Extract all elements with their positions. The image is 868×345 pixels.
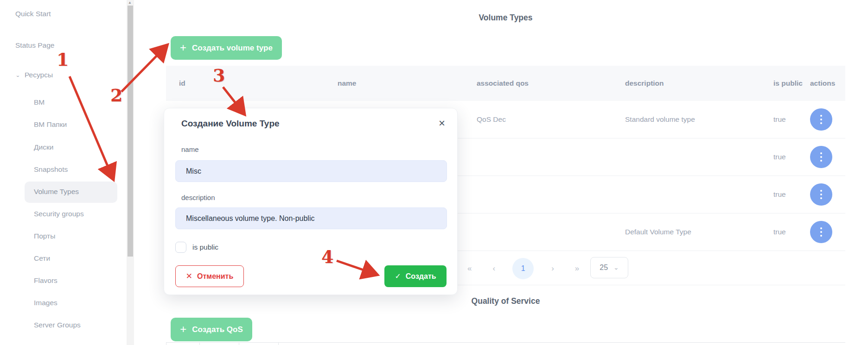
row-actions-button[interactable] bbox=[810, 183, 832, 206]
sidebar-group-label: Ресурсы bbox=[25, 71, 53, 79]
annotation-step-2: 2 bbox=[110, 85, 122, 106]
sidebar-item-volume-types[interactable]: Volume Types bbox=[34, 188, 79, 196]
qos-table-top-edge bbox=[166, 342, 845, 345]
row-actions-button[interactable] bbox=[810, 146, 832, 168]
cell-is-public: true bbox=[760, 114, 804, 125]
sidebar-item-images[interactable]: Images bbox=[34, 299, 57, 307]
column-header-is-public: is public bbox=[760, 78, 804, 88]
is-public-checkbox-row: is public bbox=[175, 242, 218, 253]
chevron-down-icon: ⌄ bbox=[613, 265, 619, 271]
cell-is-public: true bbox=[760, 189, 804, 200]
sidebar-scrollbar[interactable]: ▲ bbox=[127, 0, 134, 345]
pagination-prev-button[interactable]: ‹ bbox=[489, 264, 498, 273]
pagination-next-button[interactable]: › bbox=[548, 264, 557, 273]
column-header-name: name bbox=[325, 79, 464, 88]
check-icon: ✓ bbox=[395, 272, 401, 281]
cell-description: Default Volume Type bbox=[612, 228, 760, 236]
description-input[interactable] bbox=[175, 207, 447, 229]
pagination: « ‹ 1 › » bbox=[464, 252, 582, 285]
page-size-value: 25 bbox=[600, 263, 608, 272]
modal-title: Создание Volume Type bbox=[181, 119, 280, 129]
submit-create-button[interactable]: ✓ Создать bbox=[384, 265, 447, 287]
scroll-up-icon[interactable]: ▲ bbox=[128, 0, 132, 5]
scrollbar-thumb[interactable] bbox=[128, 6, 133, 257]
create-volume-type-label: Создать volume type bbox=[192, 44, 273, 53]
name-input[interactable] bbox=[175, 160, 447, 182]
sidebar-item-quick-start[interactable]: Quick Start bbox=[15, 10, 51, 18]
pagination-first-button[interactable]: « bbox=[464, 264, 475, 273]
close-icon[interactable]: × bbox=[439, 118, 445, 129]
annotation-step-4: 4 bbox=[321, 246, 333, 267]
cancel-button[interactable]: ✕ Отменить bbox=[175, 265, 244, 287]
create-qos-button[interactable]: + Создать QoS bbox=[171, 318, 252, 341]
name-field-label: name bbox=[181, 145, 199, 153]
cancel-x-icon: ✕ bbox=[186, 271, 192, 281]
sidebar-item-server-groups[interactable]: Server Groups bbox=[34, 321, 81, 329]
sidebar-item-vm[interactable]: ВМ bbox=[34, 98, 45, 107]
annotation-step-3: 3 bbox=[213, 65, 225, 86]
sidebar-item-vm-folders[interactable]: ВМ Папки bbox=[34, 120, 67, 129]
cell-associated-qos: QoS Dec bbox=[464, 115, 612, 124]
is-public-checkbox[interactable] bbox=[175, 242, 186, 253]
description-field-label: description bbox=[181, 194, 215, 201]
cell-description: Standard volume type bbox=[612, 115, 760, 124]
pagination-last-button[interactable]: » bbox=[571, 264, 582, 273]
sidebar-item-networks[interactable]: Сети bbox=[34, 254, 50, 263]
sidebar-item-snapshots[interactable]: Snapshots bbox=[34, 165, 68, 174]
qos-section-title: Quality of Service bbox=[166, 296, 845, 306]
annotation-step-1: 1 bbox=[57, 49, 69, 70]
chevron-down-icon: ⌄ bbox=[15, 72, 20, 78]
cell-is-public: true bbox=[760, 227, 804, 237]
row-actions-button[interactable] bbox=[810, 221, 832, 243]
sidebar-item-ports[interactable]: Порты bbox=[34, 232, 55, 240]
sidebar-item-security-groups[interactable]: Security groups bbox=[34, 210, 84, 218]
column-header-description: description bbox=[612, 79, 760, 88]
page-title: Volume Types bbox=[166, 13, 845, 23]
submit-label: Создать bbox=[406, 272, 436, 281]
plus-icon: + bbox=[180, 324, 186, 335]
pagination-current-page[interactable]: 1 bbox=[512, 258, 534, 279]
column-header-id: id bbox=[166, 79, 325, 88]
create-volume-type-modal: Создание Volume Type × name description … bbox=[164, 108, 458, 295]
sidebar-item-flavors[interactable]: Flavors bbox=[34, 276, 57, 285]
is-public-label: is public bbox=[192, 243, 218, 251]
cancel-label: Отменить bbox=[197, 272, 233, 281]
sidebar-item-status-page[interactable]: Status Page bbox=[15, 41, 54, 50]
cell-is-public: true bbox=[760, 152, 804, 162]
sidebar-group-resources[interactable]: ⌄ Ресурсы bbox=[15, 71, 53, 79]
create-qos-label: Создать QoS bbox=[192, 325, 243, 334]
column-header-actions: actions bbox=[804, 79, 845, 88]
create-volume-type-button[interactable]: + Создать volume type bbox=[171, 36, 282, 60]
volume-types-page: Quick Start Status Page ⌄ Ресурсы ВМ ВМ … bbox=[0, 0, 868, 345]
table-header-row: id name associated qos description is pu… bbox=[166, 66, 845, 101]
column-header-qos: associated qos bbox=[464, 79, 612, 88]
page-size-select[interactable]: 25 ⌄ bbox=[590, 257, 628, 278]
plus-icon: + bbox=[180, 42, 186, 53]
sidebar-item-disks[interactable]: Диски bbox=[34, 143, 53, 151]
row-actions-button[interactable] bbox=[810, 108, 832, 131]
